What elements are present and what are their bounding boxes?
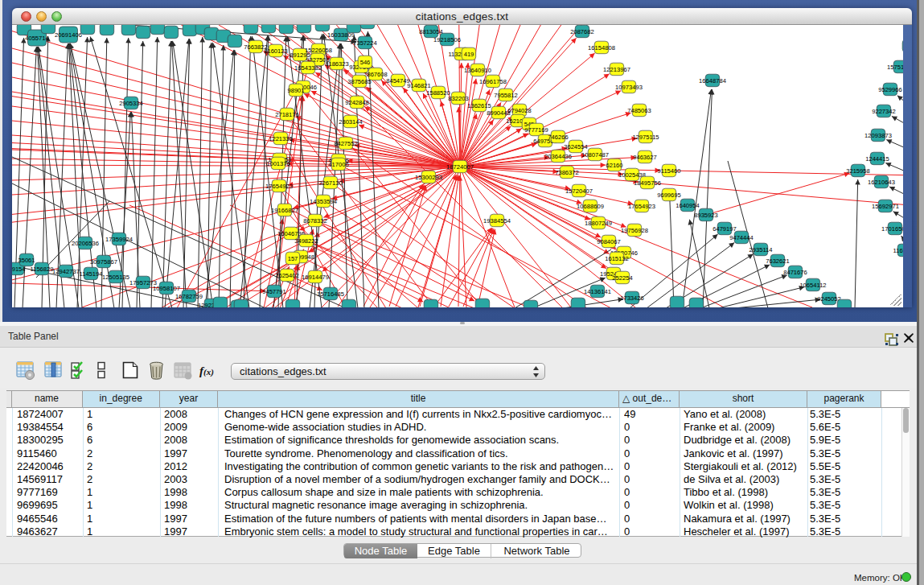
svg-text:16648784: 16648784: [699, 77, 726, 84]
svg-text:1362615: 1362615: [467, 102, 491, 109]
svg-text:2905334: 2905334: [119, 100, 143, 107]
svg-text:30975867: 30975867: [90, 258, 117, 266]
svg-text:20691406: 20691406: [55, 31, 82, 39]
svg-text:8935923: 8935923: [694, 212, 718, 219]
svg-text:1167531: 1167531: [893, 247, 904, 254]
svg-text:19384554: 19384554: [483, 217, 511, 225]
svg-text:546: 546: [360, 59, 371, 66]
svg-text:f(x): f(x): [199, 365, 214, 377]
svg-text:18495756: 18495756: [634, 179, 661, 187]
svg-text:12975115: 12975115: [632, 134, 659, 141]
svg-text:2087682: 2087682: [570, 28, 594, 35]
svg-text:8160123: 8160123: [264, 47, 288, 55]
svg-text:20364436: 20364436: [544, 153, 572, 160]
svg-text:7386372: 7386372: [555, 169, 579, 176]
svg-text:1615132: 1615132: [605, 255, 629, 262]
svg-text:15720407: 15720407: [565, 187, 593, 195]
svg-text:1001376: 1001376: [266, 160, 290, 167]
svg-text:19756928: 19756928: [621, 227, 648, 234]
svg-text:1221336: 1221336: [269, 135, 293, 142]
svg-text:1156829: 1156829: [31, 266, 54, 273]
svg-text:9457791: 9457791: [262, 288, 286, 295]
svg-text:419: 419: [464, 51, 474, 58]
svg-text:9242848: 9242848: [345, 99, 369, 106]
svg-text:13640910: 13640910: [464, 67, 491, 74]
svg-text:7955812: 7955812: [494, 92, 518, 99]
svg-text:16914479: 16914479: [302, 274, 329, 281]
svg-text:16543382: 16543382: [294, 64, 322, 72]
svg-text:17359924: 17359924: [105, 236, 133, 243]
svg-text:20206536: 20206536: [72, 240, 99, 247]
svg-text:9529966: 9529966: [878, 86, 902, 93]
svg-text:1733426: 1733426: [620, 295, 644, 302]
svg-text:10958107: 10958107: [153, 285, 180, 292]
svg-text:1640954: 1640954: [676, 202, 700, 209]
svg-text:7485063: 7485063: [627, 107, 651, 114]
svg-text:2935114: 2935114: [749, 246, 773, 253]
svg-text:3624554: 3624554: [564, 143, 588, 150]
svg-text:8427552: 8427552: [334, 140, 358, 147]
svg-text:6794028: 6794028: [507, 107, 532, 114]
svg-text:3267130: 3267130: [318, 179, 343, 187]
svg-text:1588520: 1588520: [426, 89, 450, 97]
svg-text:14136141: 14136141: [584, 288, 611, 295]
svg-text:14353594: 14353594: [310, 198, 337, 205]
svg-text:8678332: 8678332: [303, 217, 327, 225]
svg-text:12942737: 12942737: [52, 268, 80, 275]
svg-text:12093873: 12093873: [864, 132, 892, 139]
svg-text:16782759: 16782759: [175, 293, 203, 300]
svg-text:10654112: 10654112: [799, 282, 826, 289]
svg-text:9115460: 9115460: [658, 167, 681, 175]
svg-text:8813054: 8813054: [419, 28, 443, 35]
svg-text:16154808: 16154808: [588, 44, 615, 51]
svg-text:17016504: 17016504: [881, 225, 903, 233]
svg-text:15300293: 15300293: [415, 174, 442, 181]
svg-text:15716485: 15716485: [317, 290, 344, 298]
svg-text:8186323: 8186323: [325, 60, 349, 68]
svg-text:417006: 417006: [328, 161, 348, 168]
svg-text:3498222: 3498222: [294, 237, 318, 245]
svg-text:2867608: 2867608: [363, 71, 388, 78]
svg-text:16961758: 16961758: [479, 78, 507, 85]
svg-text:6479197: 6479197: [713, 225, 737, 233]
svg-text:9084067: 9084067: [597, 238, 621, 245]
svg-text:62160: 62160: [606, 162, 622, 169]
svg-text:17654923: 17654923: [628, 203, 655, 210]
svg-text:9227342: 9227342: [872, 108, 896, 115]
svg-text:10688609: 10688609: [577, 203, 604, 210]
svg-text:1145194: 1145194: [80, 270, 103, 278]
svg-text:15226058: 15226058: [305, 47, 332, 54]
svg-text:3215958: 3215958: [846, 167, 870, 175]
svg-text:98901: 98901: [287, 87, 304, 94]
svg-text:19218506: 19218506: [433, 36, 461, 43]
svg-text:15692971: 15692971: [872, 203, 899, 210]
svg-text:2803144: 2803144: [339, 118, 363, 126]
svg-text:10973493: 10973493: [615, 84, 643, 91]
svg-text:15751074: 15751074: [887, 64, 903, 71]
svg-text:9777169: 9777169: [524, 126, 548, 134]
svg-text:12213967: 12213967: [603, 66, 630, 73]
svg-text:832203: 832203: [448, 95, 468, 102]
svg-text:12505135: 12505135: [102, 274, 129, 281]
svg-text:3875685: 3875685: [347, 78, 372, 85]
svg-text:2718176: 2718176: [275, 111, 299, 118]
svg-text:7625402: 7625402: [275, 272, 299, 279]
svg-text:17654923: 17654923: [265, 183, 293, 190]
svg-text:9146821: 9146821: [407, 82, 431, 89]
svg-text:746266: 746266: [548, 134, 568, 141]
svg-text:18807249: 18807249: [585, 220, 612, 227]
svg-text:18724007: 18724007: [446, 163, 474, 171]
svg-text:9474444: 9474444: [729, 234, 754, 241]
svg-text:39154: 39154: [12, 266, 26, 273]
svg-text:19166827: 19166827: [271, 207, 298, 214]
svg-text:7632621: 7632621: [766, 257, 790, 265]
svg-text:252254: 252254: [612, 274, 632, 282]
svg-text:9699695: 9699695: [657, 192, 681, 199]
svg-text:1244415: 1244415: [865, 155, 889, 163]
svg-text:157: 157: [288, 255, 298, 262]
svg-text:9463627: 9463627: [633, 154, 657, 161]
svg-text:7357224: 7357224: [353, 39, 377, 47]
svg-text:35061: 35061: [18, 257, 35, 264]
svg-text:10807487: 10807487: [581, 151, 609, 159]
svg-text:16210643: 16210643: [868, 179, 895, 186]
